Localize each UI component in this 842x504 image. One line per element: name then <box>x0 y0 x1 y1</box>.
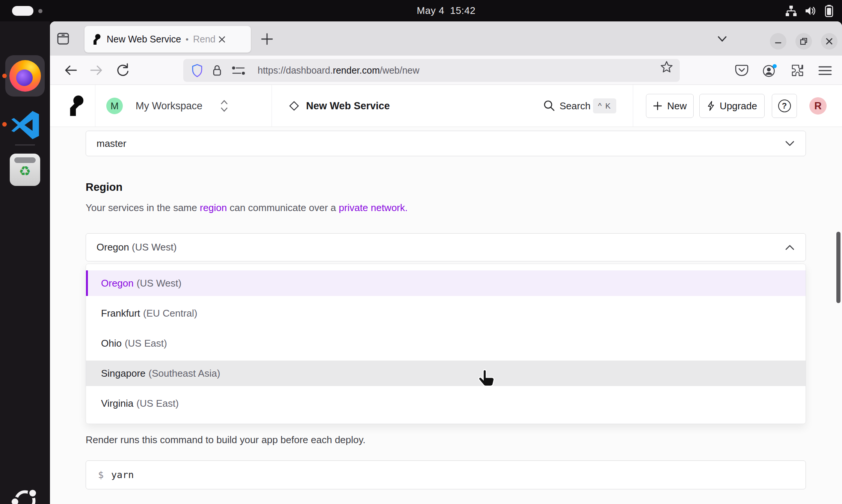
maximize-icon <box>800 37 808 45</box>
url-domain: render.com <box>333 65 380 75</box>
url-text: https://dashboard.render.com/web/new <box>258 65 419 76</box>
firefox-window: New Web Service • Rend <box>50 21 842 504</box>
minimize-icon <box>774 38 782 45</box>
region-options-list: Oregon(US West) Frankfurt(EU Central) Oh… <box>86 264 806 424</box>
upgrade-button[interactable]: Upgrade <box>699 94 765 118</box>
cursor-pointer-icon <box>478 369 496 388</box>
forward-button[interactable] <box>89 62 104 78</box>
render-logo[interactable] <box>67 95 85 117</box>
activities-pill[interactable] <box>12 6 33 16</box>
header-divider <box>272 85 272 127</box>
region-option[interactable]: Virginia(US East) <box>86 391 806 416</box>
system-tray[interactable] <box>785 5 834 17</box>
build-command-description: Render runs this command to build your a… <box>86 434 365 446</box>
user-avatar[interactable]: R <box>809 97 827 115</box>
close-icon <box>825 38 833 45</box>
reload-button[interactable] <box>115 62 130 78</box>
tab-separator: • <box>186 35 189 44</box>
region-select-value: Oregon (US West) <box>97 241 177 253</box>
permissions-icon[interactable] <box>231 65 246 76</box>
tab-title: New Web Service <box>107 34 181 45</box>
navigation-toolbar: https://dashboard.render.com/web/new <box>50 56 842 85</box>
browser-tab[interactable]: New Web Service • Rend <box>85 26 251 53</box>
dock-item-firefox[interactable] <box>5 55 45 97</box>
new-button[interactable]: New <box>646 94 694 118</box>
chevron-down-icon <box>785 140 795 146</box>
workspace-name[interactable]: My Workspace <box>136 85 202 127</box>
show-apps-button[interactable] <box>8 484 42 504</box>
scrollbar-thumb[interactable] <box>836 232 840 303</box>
firefox-view-icon[interactable] <box>55 30 71 47</box>
command-value: yarn <box>111 469 134 480</box>
vscode-running-dot <box>2 122 7 127</box>
firefox-running-dot <box>2 74 7 78</box>
region-option[interactable]: Oregon(US West) <box>86 270 806 296</box>
dock-item-vscode[interactable] <box>10 110 41 140</box>
chevron-up-icon <box>785 244 795 250</box>
render-app-header: M My Workspace New Web Service Search ^ … <box>50 85 842 127</box>
header-divider <box>633 85 633 127</box>
network-icon <box>785 5 797 17</box>
volume-icon <box>804 5 816 17</box>
region-description: Your services in the same region can com… <box>86 202 407 214</box>
dock-item-trash[interactable]: ♻ <box>10 154 40 186</box>
region-select-trigger[interactable]: Oregon (US West) <box>86 233 806 261</box>
plus-icon <box>653 101 662 111</box>
firefox-icon <box>9 60 41 92</box>
system-clock[interactable]: May 4 15:42 <box>399 0 493 21</box>
private-network-link[interactable]: private network. <box>339 202 408 213</box>
search-button[interactable]: Search <box>560 85 590 127</box>
list-tabs-chevron-icon[interactable] <box>714 33 730 45</box>
tab-title-suffix: Rend <box>193 34 217 45</box>
window-close-button[interactable] <box>821 33 837 50</box>
menu-hamburger-icon[interactable] <box>818 63 833 78</box>
url-path: /web/new <box>380 65 419 75</box>
lightning-icon <box>707 101 715 111</box>
search-shortcut-badge: ^ K <box>593 98 616 113</box>
lock-icon[interactable] <box>212 64 222 77</box>
render-favicon <box>92 34 101 45</box>
system-top-bar: May 4 15:42 <box>0 0 842 21</box>
new-tab-button[interactable] <box>259 31 275 47</box>
build-command-input[interactable]: $ yarn <box>86 460 806 489</box>
extensions-puzzle-icon[interactable] <box>791 63 806 78</box>
back-button[interactable] <box>63 62 78 78</box>
account-icon[interactable] <box>762 63 777 78</box>
tab-bar: New Web Service • Rend <box>50 21 842 56</box>
help-button[interactable]: ? <box>772 94 797 118</box>
dock: ♻ <box>0 21 50 504</box>
region-heading: Region <box>86 181 122 193</box>
recycle-icon: ♻ <box>10 163 40 179</box>
window-minimize-button[interactable] <box>770 33 786 50</box>
tab-close-icon[interactable] <box>218 35 226 44</box>
page-title: New Web Service <box>306 85 390 127</box>
vscode-icon <box>10 110 41 140</box>
region-link[interactable]: region <box>200 202 227 213</box>
system-time: 15:42 <box>450 5 476 16</box>
tracking-protection-shield-icon[interactable] <box>192 64 203 77</box>
new-web-service-form: master Region Your services in the same … <box>50 127 842 504</box>
bookmark-star-icon[interactable] <box>660 60 673 73</box>
workspace-dot[interactable] <box>38 9 42 13</box>
service-diamond-icon <box>288 100 300 112</box>
system-date: May 4 <box>417 5 444 16</box>
search-icon[interactable] <box>543 100 555 112</box>
dock-divider <box>15 145 35 145</box>
question-icon: ? <box>778 100 791 112</box>
url-prefix: https://dashboard. <box>258 65 333 75</box>
command-prompt: $ <box>98 469 104 480</box>
workspace-switcher-chevrons-icon[interactable] <box>220 99 229 113</box>
workspace-avatar[interactable]: M <box>106 98 123 114</box>
pocket-icon[interactable] <box>734 63 749 78</box>
ubuntu-logo-icon <box>8 484 42 504</box>
desktop: May 4 15:42 <box>0 0 842 504</box>
header-divider <box>95 85 95 127</box>
region-option[interactable]: Ohio(US East) <box>86 330 806 356</box>
battery-icon <box>824 5 834 17</box>
branch-select[interactable]: master <box>86 131 806 156</box>
region-option[interactable]: Frankfurt(EU Central) <box>86 300 806 326</box>
branch-select-value: master <box>97 138 126 149</box>
region-option[interactable]: Singapore(Southeast Asia) <box>86 361 806 386</box>
window-maximize-button[interactable] <box>795 33 812 50</box>
url-bar[interactable]: https://dashboard.render.com/web/new <box>183 59 680 82</box>
